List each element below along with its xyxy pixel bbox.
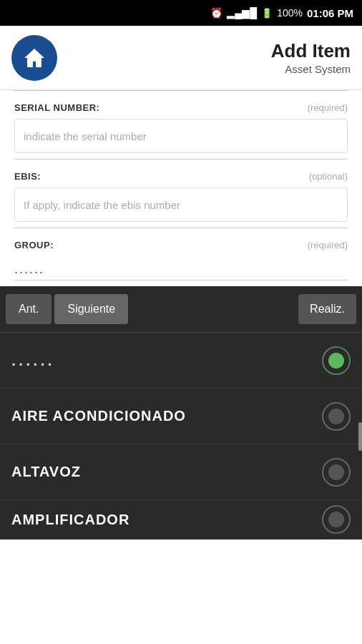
group-field: GROUP: (required) ...... (14, 228, 348, 286)
radio-button-selected[interactable] (322, 346, 351, 375)
status-icons: ⏰ ▂▄▆█ 🔋 100% 01:06 PM (210, 7, 353, 19)
list-item[interactable]: ...... (0, 333, 362, 389)
group-label: GROUP: (14, 240, 54, 250)
app-header: Add Item Asset System (0, 26, 362, 90)
list-item[interactable]: AIRE ACONDICIONADO (0, 389, 362, 444)
serial-number-label: SERIAL NUMBER: (14, 102, 99, 113)
header-title-group: Add Item Asset System (271, 40, 351, 74)
battery-icon: 🔋 (261, 8, 273, 19)
item-label-amplificador: AMPLIFICADOR (11, 512, 129, 528)
status-bar: ⏰ ▂▄▆█ 🔋 100% 01:06 PM (0, 0, 362, 26)
list-item[interactable]: ALTAVOZ (0, 444, 362, 500)
group-header: GROUP: (required) (14, 240, 348, 250)
header-subtitle: Asset System (271, 63, 351, 75)
radio-button-amplificador[interactable] (322, 505, 351, 534)
ebis-field: EBIS: (optional) (14, 160, 348, 228)
header-title: Add Item (271, 40, 351, 62)
radio-dot-inactive (328, 512, 344, 527)
siguiente-button[interactable]: Siguiente (54, 294, 128, 324)
bottom-toolbar: Ant. Siguiente Realiz. (0, 286, 362, 332)
realiz-button[interactable]: Realiz. (298, 294, 356, 324)
home-icon (21, 45, 47, 71)
radio-button-aire[interactable] (322, 402, 351, 431)
serial-number-field: SERIAL NUMBER: (required) (14, 91, 348, 159)
status-time: 01:06 PM (307, 7, 353, 19)
ebis-input[interactable] (14, 187, 348, 222)
battery-percent: 100% (277, 7, 303, 19)
radio-button-altavoz[interactable] (322, 458, 351, 487)
item-label-aire: AIRE ACONDICIONADO (11, 408, 186, 424)
dropdown-list: ...... AIRE ACONDICIONADO ALTAVOZ AMPLIF… (0, 332, 362, 540)
svg-marker-0 (24, 49, 44, 67)
item-label-altavoz: ALTAVOZ (11, 464, 81, 480)
radio-dot-active (328, 353, 344, 369)
serial-number-header: SERIAL NUMBER: (required) (14, 102, 348, 113)
ant-button[interactable]: Ant. (6, 294, 52, 324)
form-area: SERIAL NUMBER: (required) EBIS: (optiona… (0, 90, 362, 286)
serial-number-required: (required) (308, 102, 348, 113)
ebis-optional: (optional) (309, 171, 348, 182)
ebis-header: EBIS: (optional) (14, 171, 348, 182)
ebis-label: EBIS: (14, 171, 41, 182)
serial-number-input[interactable] (14, 119, 348, 153)
list-item-partial[interactable]: AMPLIFICADOR (0, 500, 362, 540)
scrollbar[interactable] (358, 422, 362, 451)
radio-dot-inactive (328, 409, 344, 424)
alarm-icon: ⏰ (210, 7, 222, 19)
signal-icon: ▂▄▆█ (227, 7, 257, 19)
radio-dot-inactive (328, 464, 344, 480)
app-logo[interactable] (11, 35, 57, 81)
item-label-dots: ...... (11, 351, 55, 370)
group-required: (required) (308, 240, 348, 250)
group-value[interactable]: ...... (14, 256, 348, 280)
